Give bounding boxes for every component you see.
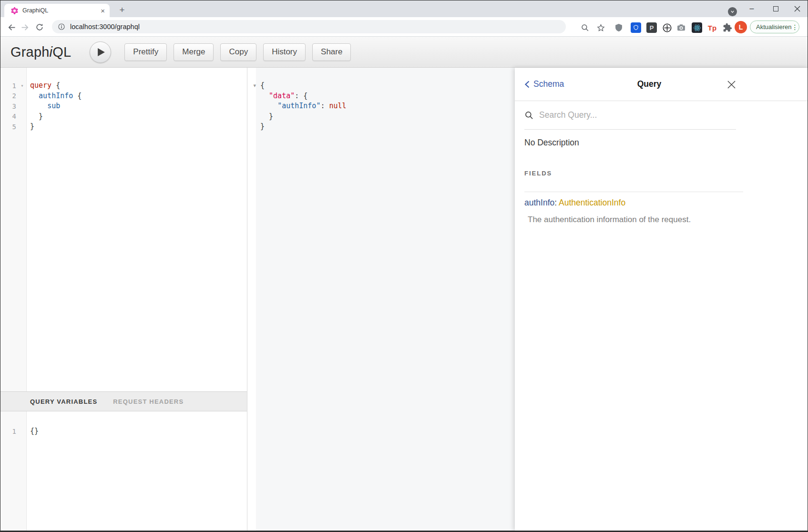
react-devtools-icon[interactable]	[691, 22, 703, 33]
browser-toolbar: localhost:3000/graphql P	[0, 17, 808, 37]
doc-title: Query	[515, 79, 784, 89]
execute-query-button[interactable]	[90, 41, 111, 63]
browser-window: GraphiQL × + –	[0, 0, 808, 532]
query-pane: 1▾2345 query { authInfo { sub }} QUERY V…	[0, 68, 247, 531]
history-button[interactable]: History	[263, 43, 306, 61]
fields-heading: FIELDS	[524, 170, 798, 177]
tp-extension-icon[interactable]: Tp	[706, 22, 718, 33]
crosshair-icon[interactable]	[661, 22, 673, 33]
graphiql-logo: GraphiQL	[10, 44, 71, 60]
field-name-link[interactable]: authInfo	[524, 198, 554, 207]
profile-avatar[interactable]: L	[735, 21, 747, 33]
camera-icon[interactable]	[675, 22, 687, 33]
chevron-down-icon	[730, 9, 735, 14]
extensions-puzzle-icon[interactable]	[722, 22, 733, 33]
zoom-icon[interactable]	[579, 22, 591, 33]
p-extension-label: P	[646, 22, 657, 33]
bitwarden-background	[631, 22, 641, 33]
doc-explorer-header: Schema Query	[515, 68, 808, 101]
type-description: No Description	[524, 138, 798, 148]
variables-line-numbers[interactable]: 1	[0, 411, 27, 531]
p-extension-icon[interactable]: P	[646, 22, 657, 33]
window-close-button[interactable]	[790, 2, 804, 15]
toolbar-buttons: Prettify Merge Copy History Share	[124, 43, 351, 61]
update-chip-button[interactable]: Aktualisieren ⋮	[750, 20, 799, 33]
bookmark-star-icon[interactable]	[595, 22, 606, 33]
browser-tab[interactable]: GraphiQL ×	[4, 4, 110, 17]
bitwarden-shield-icon[interactable]	[630, 22, 642, 33]
share-button[interactable]: Share	[312, 43, 351, 61]
close-icon	[794, 6, 800, 12]
page-info-icon[interactable]	[58, 23, 65, 31]
window-minimize-button[interactable]: –	[745, 2, 758, 15]
tab-request-headers[interactable]: REQUEST HEADERS	[113, 398, 184, 405]
doc-explorer-body: No Description FIELDS authInfo: Authenti…	[515, 138, 808, 225]
tab-query-variables[interactable]: QUERY VARIABLES	[30, 398, 97, 405]
graphiql-app: GraphiQL Prettify Merge Copy History Sha…	[0, 37, 808, 531]
maximize-icon	[773, 6, 778, 11]
editor-area: 1▾2345 query { authInfo { sub }} QUERY V…	[0, 68, 808, 531]
tab-search-button[interactable]	[728, 7, 737, 16]
update-chip-label: Aktualisieren	[756, 23, 791, 31]
field-description: The authentication information of the re…	[524, 215, 798, 225]
field-separator: :	[554, 198, 559, 207]
query-code[interactable]: query { authInfo { sub }}	[27, 68, 247, 391]
merge-button[interactable]: Merge	[174, 43, 214, 61]
query-line-numbers[interactable]: 1▾2345	[0, 68, 27, 391]
graphiql-topbar: GraphiQL Prettify Merge Copy History Sha…	[0, 37, 808, 68]
tab-title: GraphiQL	[22, 7, 101, 14]
url-text[interactable]: localhost:3000/graphql	[70, 23, 140, 31]
variables-code[interactable]: {}	[27, 411, 247, 531]
doc-explorer: Schema Query Search Query...	[515, 68, 808, 531]
pane-divider[interactable]: ▾	[247, 68, 256, 531]
play-icon	[97, 48, 105, 57]
secondary-editor-tabs: QUERY VARIABLES REQUEST HEADERS	[0, 391, 247, 411]
reload-button[interactable]	[34, 21, 45, 33]
copy-button[interactable]: Copy	[220, 43, 256, 61]
close-icon	[727, 80, 736, 89]
field-type-link[interactable]: AuthenticationInfo	[559, 198, 625, 207]
forward-button[interactable]	[19, 21, 31, 33]
prettify-button[interactable]: Prettify	[124, 43, 167, 61]
variables-editor: 1 {}	[0, 411, 247, 531]
tab-strip: GraphiQL × + –	[0, 0, 808, 17]
new-tab-button[interactable]: +	[116, 4, 128, 16]
doc-close-button[interactable]	[727, 80, 736, 89]
graphql-favicon-icon	[11, 7, 18, 14]
ublock-shield-icon[interactable]	[613, 22, 624, 33]
window-maximize-button[interactable]	[769, 2, 782, 15]
doc-search-box[interactable]: Search Query...	[524, 101, 736, 130]
search-icon	[524, 111, 534, 120]
kebab-menu-icon[interactable]: ⋮	[791, 23, 798, 31]
result-fold-arrow-icon[interactable]: ▾	[253, 82, 256, 89]
field-row: authInfo: AuthenticationInfo	[524, 192, 798, 208]
tab-close-icon[interactable]: ×	[101, 7, 105, 14]
back-button[interactable]	[6, 21, 17, 33]
doc-search-placeholder[interactable]: Search Query...	[539, 110, 736, 120]
address-bar[interactable]: localhost:3000/graphql	[52, 20, 566, 33]
query-editor: 1▾2345 query { authInfo { sub }}	[0, 68, 247, 391]
react-background	[692, 22, 702, 33]
